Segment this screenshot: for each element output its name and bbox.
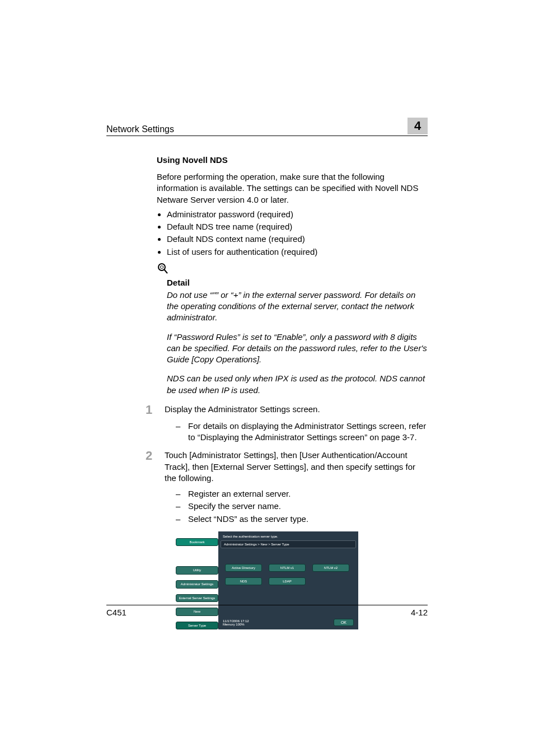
footer-memory: Memory 100%: [223, 623, 249, 626]
sidebar-external-server-button[interactable]: External Server Settings: [176, 594, 218, 603]
footer-model: C451: [106, 608, 127, 617]
chevron-down-icon: ▼: [176, 617, 218, 620]
section-intro: Before performing the operation, make su…: [157, 171, 428, 206]
dash-icon: –: [176, 488, 188, 500]
footer-datetime: 11/17/2006 17:12: [223, 619, 249, 623]
sub-text: For details on displaying the Administra…: [188, 421, 428, 444]
page-footer: C451 4-12: [106, 605, 428, 617]
option-ntlm-v2[interactable]: NTLM v2: [312, 564, 349, 572]
chevron-down-icon: ▼: [176, 576, 218, 579]
sidebar-admin-settings-button[interactable]: Administrator Settings: [176, 580, 218, 589]
list-item: Default NDS tree name (required): [167, 221, 428, 232]
requirements-list: Administrator password (required) Defaul…: [157, 209, 428, 258]
list-item: Default NDS context name (required): [167, 234, 428, 245]
chapter-number-box: 4: [407, 118, 428, 134]
sub-text: Select “NDS” as the server type.: [188, 514, 428, 525]
sub-text: Specify the server name.: [188, 501, 428, 512]
footer-page: 4-12: [411, 608, 428, 617]
svg-point-0: [158, 264, 165, 270]
detail-heading: Detail: [167, 278, 428, 287]
option-active-directory[interactable]: Active Directory: [225, 564, 262, 572]
detail-para-2: If “Password Rules” is set to “Enable”, …: [167, 332, 428, 366]
svg-point-1: [160, 265, 163, 268]
step-number: 2: [146, 450, 165, 484]
step-sub: – Select “NDS” as the server type.: [176, 514, 428, 525]
section-heading: Using Novell NDS: [157, 155, 428, 165]
option-ldap[interactable]: LDAP: [269, 577, 306, 585]
detail-para-3: NDS can be used only when IPX is used as…: [167, 373, 428, 396]
step-sub: – For details on displaying the Administ…: [176, 421, 428, 444]
panel-footer: 11/17/2006 17:12 Memory 100% OK: [221, 618, 356, 627]
option-ntlm-v1[interactable]: NTLM v1: [269, 564, 306, 572]
sidebar-utility-button[interactable]: Utility: [176, 566, 218, 575]
breadcrumb: Administrator Settings > New > Server Ty…: [221, 540, 356, 548]
option-nds[interactable]: NDS: [225, 577, 262, 585]
sidebar-bookmark-button[interactable]: Bookmark: [176, 538, 218, 547]
detail-para-1: Do not use “"” or “+” in the external se…: [167, 290, 428, 324]
ok-button[interactable]: OK: [334, 619, 354, 626]
step-sub: – Specify the server name.: [176, 501, 428, 512]
sub-text: Register an external server.: [188, 488, 428, 500]
step-1: 1 Display the Administrator Settings scr…: [146, 404, 428, 416]
svg-line-2: [165, 269, 168, 273]
page-header: Network Settings 4: [106, 118, 428, 136]
step-2: 2 Touch [Administrator Settings], then […: [146, 450, 428, 484]
sidebar-server-type-button[interactable]: Server Type: [176, 622, 218, 630]
magnifier-icon: [157, 262, 428, 277]
step-sub: – Register an external server.: [176, 488, 428, 500]
step-text: Touch [Administrator Settings], then [Us…: [165, 450, 428, 484]
header-title: Network Settings: [106, 124, 174, 134]
chapter-number: 4: [414, 119, 421, 133]
list-item: List of users for authentication (requir…: [167, 246, 428, 258]
list-item: Administrator password (required): [167, 209, 428, 220]
step-text: Display the Administrator Settings scree…: [165, 404, 428, 416]
panel-instruction: Select the authentication server type.: [221, 534, 356, 540]
chevron-down-icon: ▼: [176, 590, 218, 593]
dash-icon: –: [176, 501, 188, 512]
dash-icon: –: [176, 421, 188, 444]
step-number: 1: [146, 404, 165, 416]
dash-icon: –: [176, 514, 188, 525]
